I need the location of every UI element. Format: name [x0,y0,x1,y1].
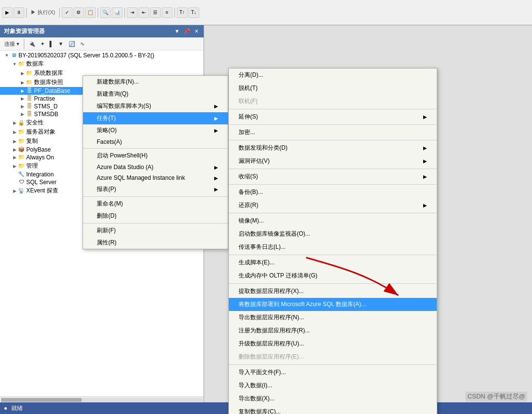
practise-expand[interactable]: ▶ [19,96,25,101]
oe-activity-btn[interactable]: ∿ [79,40,86,48]
tsub-export-dac[interactable]: 导出数据层应用程序(N)... [229,311,437,324]
context-menu: 新建数据库(N)... 新建查询(Q) 编写数据库脚本为(S) ▶ 任务(T) … [83,75,228,249]
toolbar-sep-4 [124,8,125,17]
pf-db-label: PF_DataBase [34,87,70,94]
ctx-azure-link[interactable]: Azure SQL Managed Instance link ▶ [83,172,228,183]
scroll-thumb[interactable] [1,398,82,402]
tsub-discovery-arrow: ▶ [423,145,427,151]
xevent-icon: 📡 [17,188,25,194]
ctx-reports-arrow: ▶ [214,187,218,192]
ctx-new-query[interactable]: 新建查询(Q) [83,88,228,100]
polybase-expand[interactable]: ▶ [12,147,17,152]
ctx-script-db[interactable]: 编写数据库脚本为(S) ▶ [83,100,228,112]
tsub-upgrade-dac[interactable]: 升级数据层应用程序(U)... [229,337,437,350]
toolbar-btn-4[interactable]: ⚙ [73,7,84,18]
toolbar-btn-1[interactable]: ▶ [2,7,13,18]
ctx-reports[interactable]: 报表(P) ▶ [83,183,228,195]
tsub-detach[interactable]: 分离(D)... [229,69,437,82]
pf-expand[interactable]: ▶ [19,88,25,93]
tsub-export-data[interactable]: 导出数据(X)... [229,392,437,405]
toolbar-sep-1 [26,8,27,17]
tsub-import-flat[interactable]: 导入平面文件(F)... [229,366,437,379]
oe-tool-1[interactable]: 🔌 [27,40,37,48]
tsub-data-discovery[interactable]: 数据发现和分类(D) ▶ [229,141,437,155]
ctx-refresh[interactable]: 刷新(F) [83,224,228,237]
stmsdb-icon: 🗄 [25,111,33,118]
db-folder-expand[interactable]: ▼ [12,62,17,67]
stmsdb-expand[interactable]: ▶ [19,112,25,117]
tsub-delete-dac: 删除数据层应用程序(E)... [229,350,437,363]
oe-filter-btn[interactable]: ▼ [57,40,65,47]
ctx-tasks[interactable]: 任务(T) ▶ [83,112,228,124]
tsub-log-shipping[interactable]: 传送事务日志(L)... [229,241,437,254]
tsub-shrink[interactable]: 收缩(S) ▶ [229,170,437,183]
polybase-label: PolyBase [26,146,51,153]
tsub-encrypt[interactable]: 加密... [229,126,437,139]
stmsd-expand[interactable]: ▶ [19,104,25,109]
ctx-azure-studio[interactable]: Azure Data Studio (A) ▶ [83,162,228,172]
tree-server-node[interactable]: ▼ 🖥 BY-201905202037 (SQL Server 15.0.200… [0,52,204,59]
toolbar-btn-13[interactable]: T↓ [189,7,199,18]
oe-refresh-btn[interactable]: 🔄 [67,40,77,48]
sys-db-icon: 📁 [25,70,33,77]
ctx-facets[interactable]: Facets(A) [83,137,228,147]
tsub-deploy-azure[interactable]: 将数据库部署到 Microsoft Azure SQL 数据库(A)... [229,298,437,311]
tsub-copy-db[interactable]: 复制数据库(C)... [229,405,437,414]
tsub-vuln-assess[interactable]: 漏洞评估(V) ▶ [229,155,437,168]
toolbar-btn-10[interactable]: ☰ [150,7,161,18]
security-expand[interactable]: ▶ [12,121,17,125]
ctx-properties[interactable]: 属性(R) [83,237,228,249]
ctx-sep-1 [83,148,228,149]
tsub-offline[interactable]: 脱机(T) [229,82,437,95]
always-on-expand[interactable]: ▶ [12,155,17,160]
management-expand[interactable]: ▶ [12,164,17,169]
oe-dock-btn[interactable]: 📌 [183,28,191,34]
toolbar-btn-6[interactable]: 🔍 [100,7,111,18]
toolbar-sep-5 [174,8,175,17]
oe-pin-btn[interactable]: ▼ [173,28,181,34]
tsub-import-data[interactable]: 导入数据(I)... [229,379,437,392]
toolbar-btn-12[interactable]: T↑ [177,7,188,18]
tsub-gen-scripts[interactable]: 生成脚本(E)... [229,256,437,269]
tsub-mirror-monitor[interactable]: 启动数据库镜像监视器(O)... [229,227,437,241]
tsub-register-dac[interactable]: 注册为数据层应用程序(R)... [229,324,437,337]
practise-icon: 🗄 [25,95,33,102]
oe-tool-3[interactable]: ▌ [48,40,55,47]
oe-tool-2[interactable]: ✦ [39,40,46,48]
tsub-mirror[interactable]: 镜像(M)... [229,214,437,227]
replication-expand[interactable]: ▶ [12,139,17,144]
scroll-track[interactable] [1,398,203,402]
ctx-policy[interactable]: 策略(O) ▶ [83,124,228,137]
toolbar-btn-7[interactable]: 📊 [112,7,122,18]
ctx-tasks-arrow: ▶ [214,116,218,121]
ctx-sep-2 [83,196,228,197]
tsub-stretch[interactable]: 延伸(S) ▶ [229,110,437,123]
toolbar-btn-2[interactable]: ⏸ [14,7,24,18]
oe-scrollbar[interactable] [0,397,204,402]
ctx-new-db[interactable]: 新建数据库(N)... [83,76,228,88]
toolbar-btn-5[interactable]: 📋 [85,7,96,18]
ctx-delete[interactable]: 删除(D) [83,210,228,222]
toolbar-btn-3[interactable]: ✓ [62,7,72,18]
tsub-restore-arrow: ▶ [423,203,427,208]
toolbar-btn-11[interactable]: ≡ [162,7,172,18]
toolbar-btn-9[interactable]: ⇤ [138,7,149,18]
toolbar-sep-2 [59,8,60,17]
oe-connect-btn[interactable]: 连接 ▾ [3,40,21,48]
oe-close-btn[interactable]: ✕ [193,28,200,34]
ctx-powershell[interactable]: 启动 PowerShell(H) [83,150,228,162]
tsub-backup[interactable]: 备份(B)... [229,186,437,199]
server-obj-expand[interactable]: ▶ [12,130,17,135]
tsub-restore[interactable]: 还原(R) ▶ [229,199,437,212]
tree-databases-folder[interactable]: ▼ 📁 数据库 [0,59,204,69]
tsub-extract-dac[interactable]: 提取数据层应用程序(X)... [229,285,437,298]
toolbar-btn-8[interactable]: ⇥ [127,7,137,18]
xevent-expand[interactable]: ▶ [12,189,17,193]
oe-title: 对象资源管理器 [4,27,45,35]
snapshot-expand[interactable]: ▶ [19,80,25,85]
server-expand-icon[interactable]: ▼ [4,53,10,58]
sys-db-expand[interactable]: ▶ [19,71,25,76]
replication-icon: 📁 [17,138,25,145]
tsub-gen-oltp[interactable]: 生成内存中 OLTP 迁移清单(G) [229,269,437,282]
ctx-rename[interactable]: 重命名(M) [83,198,228,210]
